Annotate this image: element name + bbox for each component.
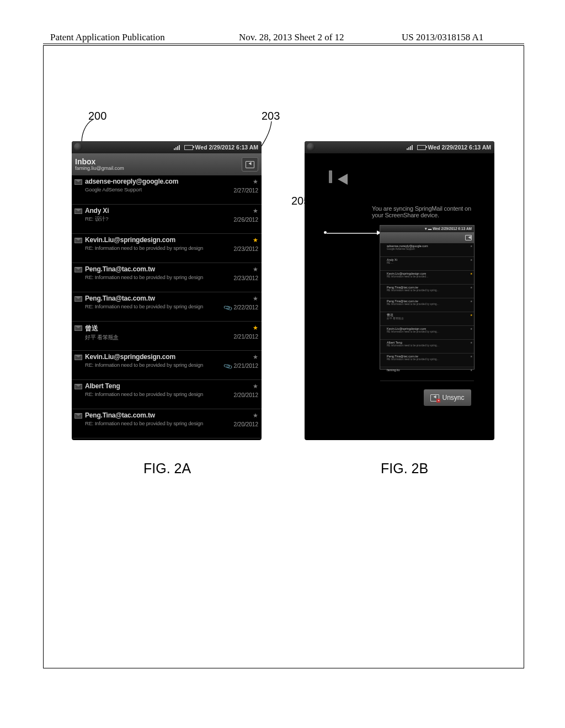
envelope-icon bbox=[74, 179, 82, 185]
email-date: 2/22/2012 bbox=[234, 304, 259, 311]
email-row[interactable]: Peng.Tina@tac.com.twRE: Information need… bbox=[72, 409, 262, 438]
star-icon[interactable]: ★ bbox=[253, 178, 258, 185]
inbox-header: Inbox faming.liu@gmail.com bbox=[72, 153, 262, 175]
email-subject: 好平 看笨瓶盒 bbox=[85, 334, 258, 341]
email-date: 2/20/2012 bbox=[234, 392, 259, 398]
envelope-icon bbox=[74, 413, 82, 419]
star-icon[interactable]: ★ bbox=[253, 412, 258, 419]
email-date: 2/27/2012 bbox=[234, 188, 259, 194]
email-sender: Albert Teng bbox=[85, 382, 258, 390]
envelope-icon bbox=[74, 267, 82, 272]
email-subject: RE: Information need to be provided by s… bbox=[85, 245, 258, 251]
email-subject: RE: Information need to be provided by s… bbox=[85, 274, 258, 280]
star-icon[interactable]: ★ bbox=[253, 207, 258, 215]
email-row[interactable]: Kevin.Liu@springdesign.comRE: Informatio… bbox=[72, 351, 262, 380]
header-rule bbox=[43, 44, 524, 44]
email-sender: Peng.Tina@tac.com.tw bbox=[85, 295, 258, 302]
star-icon[interactable]: ★ bbox=[253, 237, 258, 244]
envelope-icon bbox=[74, 355, 82, 360]
big-sync-icon-wrap bbox=[329, 172, 332, 182]
mini-email-row: Albert TengRE Information need to be pro… bbox=[380, 340, 474, 354]
sync-icon bbox=[465, 235, 472, 240]
mini-screenshot: ▾ ▬Wed 2/29/2012 6:13 AM adsense-noreply… bbox=[380, 225, 475, 370]
mini-email-row: Peng.Tina@tac.com.twRE Information need … bbox=[380, 354, 474, 367]
email-row[interactable]: Kevin.Liu@springdesign.comRE: Informatio… bbox=[72, 234, 262, 263]
envelope-icon bbox=[74, 384, 82, 389]
figure-caption-2b: FIG. 2B bbox=[381, 461, 428, 477]
sync-icon bbox=[329, 170, 332, 183]
battery-icon bbox=[417, 145, 426, 150]
envelope-icon bbox=[74, 296, 82, 302]
email-sender: Kevin.Liu@springdesign.com bbox=[85, 353, 258, 361]
mini-email-row: Peng.Tina@tac.com.twRE Information need … bbox=[380, 298, 474, 312]
email-row[interactable]: Peng.Tina@tac.com.twRE: Information need… bbox=[72, 292, 262, 322]
screenshot-fig-2b: Wed 2/29/2012 6:13 AM You are syncing Sp… bbox=[305, 141, 494, 440]
mini-status-bar: ▾ ▬Wed 2/29/2012 6:13 AM bbox=[380, 226, 474, 232]
email-sender: Peng.Tina@tac.com.tw bbox=[85, 411, 258, 419]
app-icon bbox=[74, 143, 82, 151]
mini-email-list: adsense-noreply@google.comGoogle AdSense… bbox=[380, 243, 474, 381]
mini-email-row: faming.liu★ bbox=[380, 367, 474, 381]
email-subject: RE: Information need to be provided by s… bbox=[85, 391, 258, 397]
mini-inbox-header bbox=[380, 232, 474, 243]
unsync-icon: × bbox=[430, 394, 439, 402]
mini-email-row: Kevin.Liu@springdesign.comRE Information… bbox=[380, 271, 474, 285]
signal-icon bbox=[174, 145, 180, 150]
email-date: 2/21/2012 bbox=[234, 363, 259, 369]
email-date: 2/21/2012 bbox=[234, 334, 259, 340]
envelope-icon bbox=[74, 208, 82, 214]
star-icon[interactable]: ★ bbox=[253, 383, 258, 390]
email-row[interactable]: adsense-noreply@google.comGoogle AdSense… bbox=[72, 175, 262, 205]
email-row[interactable]: Andy XiRE: 设计?2/26/2012★ bbox=[72, 205, 262, 234]
sync-button[interactable] bbox=[242, 157, 258, 172]
email-subject: RE: 设计? bbox=[85, 216, 258, 223]
unsync-label: Unsync bbox=[442, 394, 464, 402]
email-sender: Peng.Tina@tac.com.tw bbox=[85, 265, 258, 273]
mini-email-row: Kevin.Liu@springdesign.comRE Information… bbox=[380, 326, 474, 340]
mini-email-row: 曾送好平 看笨瓶盒★ bbox=[380, 312, 474, 326]
header-mid: Nov. 28, 2013 Sheet 2 of 12 bbox=[239, 32, 344, 43]
star-icon[interactable]: ★ bbox=[253, 266, 258, 273]
header-left: Patent Application Publication bbox=[50, 32, 165, 43]
inbox-title: Inbox bbox=[75, 158, 124, 165]
email-subject: RE: Information need to be provided by s… bbox=[85, 420, 258, 426]
email-row[interactable]: faming.liu★ bbox=[72, 438, 262, 440]
app-icon bbox=[307, 143, 315, 151]
email-date: 2/23/2012 bbox=[234, 275, 259, 281]
mini-email-row: Andy XiRE …★ bbox=[380, 257, 474, 271]
envelope-icon bbox=[74, 325, 82, 331]
email-row[interactable]: 曾送好平 看笨瓶盒2/21/2012★ bbox=[72, 322, 262, 351]
battery-icon bbox=[184, 145, 193, 150]
email-sender: Andy Xi bbox=[85, 207, 258, 215]
signal-icon bbox=[407, 145, 413, 150]
header-right: US 2013/0318158 A1 bbox=[402, 32, 483, 43]
figure-caption-2a: FIG. 2A bbox=[143, 461, 191, 477]
star-icon[interactable]: ★ bbox=[253, 295, 258, 302]
status-bar: Wed 2/29/2012 6:13 AM bbox=[72, 141, 262, 153]
sync-icon bbox=[246, 161, 254, 168]
status-clock: Wed 2/29/2012 6:13 AM bbox=[428, 144, 491, 151]
email-sender: 曾送 bbox=[85, 324, 258, 333]
email-row[interactable]: Albert TengRE: Information need to be pr… bbox=[72, 380, 262, 409]
email-date: 2/20/2012 bbox=[234, 421, 259, 427]
email-list[interactable]: adsense-noreply@google.comGoogle AdSense… bbox=[72, 175, 262, 440]
email-row[interactable]: Peng.Tina@tac.com.twRE: Information need… bbox=[72, 263, 262, 292]
mini-email-row: Peng.Tina@tac.com.twRE Information need … bbox=[380, 285, 474, 298]
mini-email-row: adsense-noreply@google.comGoogle AdSense… bbox=[380, 243, 474, 257]
email-sender: adsense-noreply@google.com bbox=[85, 178, 258, 185]
email-subject: Google AdSense Support bbox=[85, 186, 258, 192]
email-sender: Kevin.Liu@springdesign.com bbox=[85, 236, 258, 244]
star-icon[interactable]: ★ bbox=[253, 324, 258, 331]
envelope-icon bbox=[74, 238, 82, 243]
screenshot-fig-2a: Wed 2/29/2012 6:13 AM Inbox faming.liu@g… bbox=[72, 141, 262, 440]
sync-message: You are syncing SpringMail content on yo… bbox=[372, 205, 481, 218]
unsync-button[interactable]: × Unsync bbox=[424, 389, 471, 406]
star-icon[interactable]: ★ bbox=[253, 354, 258, 361]
leader-dot bbox=[324, 231, 327, 234]
inbox-account: faming.liu@gmail.com bbox=[75, 165, 124, 171]
status-bar: Wed 2/29/2012 6:13 AM bbox=[305, 141, 494, 153]
email-date: 2/23/2012 bbox=[234, 246, 259, 252]
email-date: 2/26/2012 bbox=[234, 217, 259, 223]
status-clock: Wed 2/29/2012 6:13 AM bbox=[195, 144, 258, 151]
